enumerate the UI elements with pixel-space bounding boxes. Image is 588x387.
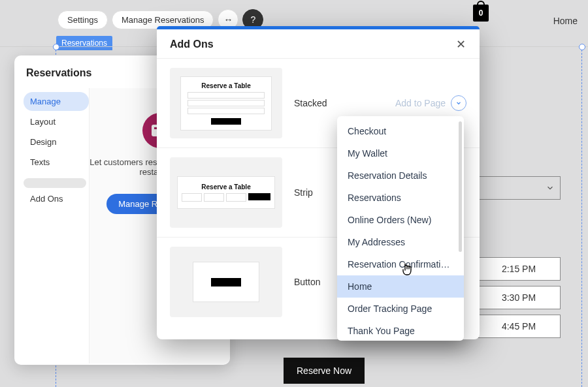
nav-home[interactable]: Home: [553, 16, 578, 26]
addon-thumb-stacked: Reserve a Table: [170, 68, 282, 138]
addon-label: Button: [294, 277, 331, 287]
cart-bag[interactable]: 0: [473, 5, 489, 22]
page-option[interactable]: Reservation Confirmati…: [337, 253, 464, 275]
sidenav-addons[interactable]: Add Ons: [24, 189, 89, 208]
addon-thumb-button: [170, 247, 282, 317]
time-slot[interactable]: 3:30 PM: [477, 286, 561, 309]
close-icon[interactable]: ✕: [455, 39, 466, 50]
page-option[interactable]: Checkout: [337, 120, 464, 142]
page-select-dropdown: CheckoutMy WalletReservation DetailsRese…: [337, 116, 464, 341]
page-option[interactable]: Home: [337, 275, 464, 298]
sidenav-manage[interactable]: Manage: [24, 92, 89, 111]
reserve-now-button[interactable]: Reserve Now: [284, 358, 365, 384]
thumb-btn: [211, 278, 241, 286]
page-option[interactable]: Reservations: [337, 187, 464, 209]
sidenav-design[interactable]: Design: [24, 132, 89, 151]
sidenav-texts[interactable]: Texts: [24, 153, 89, 172]
page-option[interactable]: My Addresses: [337, 231, 464, 253]
page-option[interactable]: Thank You Page: [337, 320, 464, 341]
modal-title: Add Ons: [170, 39, 214, 50]
addon-label: Strip: [294, 187, 331, 198]
time-slot[interactable]: 2:15 PM: [477, 257, 561, 281]
scrollbar[interactable]: [459, 121, 462, 252]
panel-sidenav: Manage Layout Design Texts Add Ons: [14, 88, 89, 364]
selection-label: Reservations: [56, 36, 112, 50]
addon-thumb-strip: Reserve a Table: [170, 157, 282, 228]
addon-label: Stacked: [294, 98, 331, 108]
sidenav-layout[interactable]: Layout: [24, 112, 89, 131]
add-to-page-button[interactable]: Add to Page: [395, 98, 446, 108]
page-option[interactable]: My Wallet: [337, 142, 464, 164]
time-dropdown[interactable]: [477, 176, 561, 200]
expand-icon[interactable]: [451, 95, 466, 111]
time-slot[interactable]: 4:45 PM: [477, 315, 561, 338]
page-option[interactable]: Reservation Details: [337, 164, 464, 187]
page-option[interactable]: Online Orders (New): [337, 209, 464, 231]
cart-count: 0: [479, 8, 483, 18]
page-option[interactable]: Order Tracking Page: [337, 298, 464, 320]
time-slots: 2:15 PM 3:30 PM 4:45 PM: [477, 176, 561, 343]
settings-button[interactable]: Settings: [57, 10, 108, 29]
